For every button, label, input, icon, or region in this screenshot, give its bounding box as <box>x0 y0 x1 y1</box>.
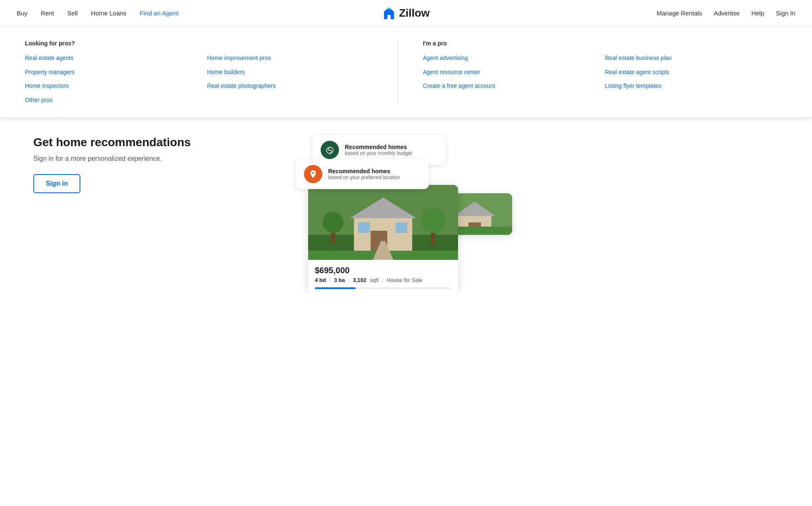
svg-rect-83 <box>331 233 335 243</box>
svg-point-82 <box>323 212 344 233</box>
property-baths: 3 ba <box>334 277 345 283</box>
nav-find-agent[interactable]: Find an Agent <box>140 10 179 17</box>
property-price: $695,000 <box>315 266 451 275</box>
dropdown-property-managers[interactable]: Property managers <box>25 68 190 77</box>
dropdown-looking-col: Looking for pros? Real estate agents Hom… <box>25 40 398 104</box>
property-image <box>308 185 458 260</box>
budget-icon <box>321 141 339 159</box>
budget-card-sub: based on your monthly budget <box>345 150 412 156</box>
dropdown-agent-resource[interactable]: Agent resource center <box>423 68 588 77</box>
navbar: Buy Rent Sell Home Loans Find an Agent Z… <box>0 0 812 27</box>
property-beds: 4 bd <box>315 277 326 283</box>
promo-section: Get home recommendations Sign in for a m… <box>33 135 262 193</box>
sign-in-button[interactable]: Sign in <box>33 174 80 193</box>
promo-title: Get home recommendations <box>33 135 262 150</box>
location-card-sub: based on your preferred location <box>328 174 400 180</box>
dropdown-real-estate-agents[interactable]: Real estate agents <box>25 54 190 62</box>
promo-subtitle: Sign in for a more personalized experien… <box>33 155 262 162</box>
dropdown-re-photographers[interactable]: Real estate photographers <box>207 82 372 90</box>
property-sqft: 3,102 <box>353 277 367 283</box>
location-recommendation-card: Recommended homes based on your preferre… <box>296 159 429 189</box>
logo-icon <box>382 7 396 20</box>
dropdown-looking-title: Looking for pros? <box>25 40 373 47</box>
property-card-main[interactable]: $695,000 4 bd | 3 ba | 3,102 sqft | Hous… <box>308 185 458 293</box>
svg-rect-81 <box>396 222 407 233</box>
dropdown-re-business-plan[interactable]: Real estate business plan <box>605 54 770 62</box>
nav-help[interactable]: Help <box>751 10 764 17</box>
dropdown-pro-links: Agent advertising Real estate business p… <box>423 54 771 90</box>
dropdown-home-improvement[interactable]: Home improvement pros <box>207 54 372 62</box>
nav-manage-rentals[interactable]: Manage Rentals <box>657 10 702 17</box>
dropdown-re-agent-scripts[interactable]: Real estate agent scripts <box>605 68 770 77</box>
location-card-title: Recommended homes <box>328 168 400 174</box>
nav-left: Buy Rent Sell Home Loans Find an Agent <box>17 10 178 17</box>
progress-bar <box>315 287 451 289</box>
nav-advertise[interactable]: Advertise <box>714 10 740 17</box>
dropdown-listing-templates[interactable]: Listing flyer templates <box>605 82 770 90</box>
dropdown-looking-links: Real estate agents Home improvement pros… <box>25 54 373 104</box>
nav-right: Manage Rentals Advertise Help Sign In <box>657 10 795 17</box>
dropdown-pro-col: I'm a pro Agent advertising Real estate … <box>398 40 787 104</box>
dropdown-pro-title: I'm a pro <box>423 40 771 47</box>
location-card-text: Recommended homes based on your preferre… <box>328 168 400 180</box>
property-info: $695,000 4 bd | 3 ba | 3,102 sqft | Hous… <box>308 260 458 293</box>
logo-text: Zillow <box>399 7 430 20</box>
location-icon <box>304 165 322 183</box>
dropdown-home-builders[interactable]: Home builders <box>207 68 372 77</box>
dropdown-agent-advertising[interactable]: Agent advertising <box>423 54 588 62</box>
svg-point-84 <box>421 208 446 233</box>
nav-sell[interactable]: Sell <box>67 10 78 17</box>
cards-section: Recommended homes based on your monthly … <box>296 135 779 268</box>
svg-rect-80 <box>358 222 370 233</box>
budget-card-title: Recommended homes <box>345 144 412 150</box>
nav-rent[interactable]: Rent <box>41 10 54 17</box>
dropdown-create-agent-account[interactable]: Create a free agent account <box>423 82 588 90</box>
dropdown-other-pros[interactable]: Other pros <box>25 96 190 105</box>
budget-card-text: Recommended homes based on your monthly … <box>345 144 412 156</box>
svg-point-74 <box>312 172 314 174</box>
logo[interactable]: Zillow <box>382 7 430 20</box>
property-sqft-label: sqft <box>370 277 379 283</box>
dropdown-home-inspectors[interactable]: Home inspectors <box>25 82 190 90</box>
nav-sign-in[interactable]: Sign In <box>776 10 795 17</box>
property-type: House for Sale <box>386 277 422 283</box>
nav-buy[interactable]: Buy <box>17 10 27 17</box>
dropdown-menu: Looking for pros? Real estate agents Hom… <box>0 27 812 118</box>
progress-fill <box>315 287 356 289</box>
svg-rect-85 <box>431 233 435 245</box>
nav-home-loans[interactable]: Home Loans <box>91 10 127 17</box>
main-content: Get home recommendations Sign in for a m… <box>0 110 812 293</box>
property-details: 4 bd | 3 ba | 3,102 sqft | House for Sal… <box>315 277 451 283</box>
